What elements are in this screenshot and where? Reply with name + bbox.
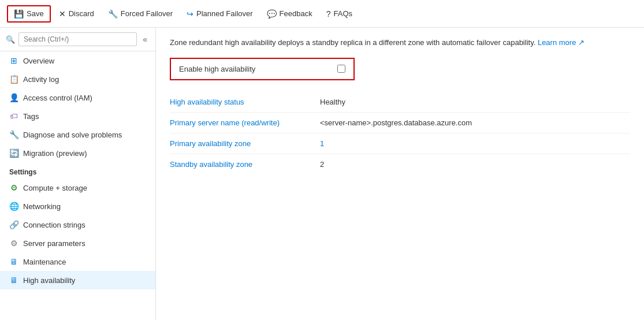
learn-more-link[interactable]: Learn more ↗ xyxy=(538,38,585,47)
sidebar-item-migration[interactable]: 🔄 Migration (preview) xyxy=(0,144,155,162)
sidebar-item-label: Access control (IAM) xyxy=(23,94,92,102)
feedback-icon: 💬 xyxy=(267,9,277,18)
feedback-label: Feedback xyxy=(280,9,312,18)
faqs-icon: ? xyxy=(326,9,331,18)
field-label-primary-zone: Primary availability zone xyxy=(170,139,320,148)
sidebar-item-compute-storage[interactable]: ⚙ Compute + storage xyxy=(0,178,155,197)
faqs-button[interactable]: ? FAQs xyxy=(321,6,358,21)
access-control-icon: 👤 xyxy=(9,93,18,102)
enable-ha-checkbox[interactable] xyxy=(337,65,345,73)
field-value-primary-zone: 1 xyxy=(320,139,324,148)
main-layout: 🔍 « ⊞ Overview 📋 Activity log 👤 Access c… xyxy=(0,28,644,320)
faqs-label: FAQs xyxy=(333,9,352,18)
forced-failover-button[interactable]: 🔧 Forced Failover xyxy=(102,6,178,21)
field-label-ha-status: High availability status xyxy=(170,98,320,106)
sidebar-item-tags[interactable]: 🏷 Tags xyxy=(0,107,155,125)
tags-icon: 🏷 xyxy=(9,111,18,121)
field-label-standby-zone: Standby availability zone xyxy=(170,160,320,169)
search-bar: 🔍 « xyxy=(0,28,155,51)
feedback-button[interactable]: 💬 Feedback xyxy=(261,6,318,21)
sidebar-item-label: Maintenance xyxy=(23,258,66,266)
sidebar-item-label: Overview xyxy=(23,57,54,65)
compute-storage-icon: ⚙ xyxy=(9,183,18,192)
save-icon: 💾 xyxy=(14,9,24,18)
maintenance-icon: 🖥 xyxy=(9,257,18,266)
sidebar-item-label: High availability xyxy=(23,276,75,285)
sidebar-item-activity-log[interactable]: 📋 Activity log xyxy=(0,70,155,88)
sidebar-item-label: Server parameters xyxy=(23,239,85,248)
sidebar-item-label: Compute + storage xyxy=(23,184,87,192)
sidebar-item-label: Activity log xyxy=(23,75,59,84)
sidebar-item-label: Connection strings xyxy=(23,221,85,229)
connection-strings-icon: 🔗 xyxy=(9,220,18,229)
diagnose-icon: 🔧 xyxy=(9,130,18,139)
field-label-primary-server: Primary server name (read/write) xyxy=(170,118,320,127)
field-row-primary-zone: Primary availability zone 1 xyxy=(170,133,630,154)
sidebar: 🔍 « ⊞ Overview 📋 Activity log 👤 Access c… xyxy=(0,28,156,320)
field-row-primary-server: Primary server name (read/write) <server… xyxy=(170,113,630,133)
migration-icon: 🔄 xyxy=(9,148,18,158)
activity-log-icon: 📋 xyxy=(9,75,18,84)
discard-icon: ✕ xyxy=(59,9,66,18)
server-parameters-icon: ⚙ xyxy=(9,239,18,248)
planned-failover-label: Planned Failover xyxy=(196,9,253,18)
sidebar-item-connection-strings[interactable]: 🔗 Connection strings xyxy=(0,215,155,234)
save-label: Save xyxy=(27,9,44,18)
overview-icon: ⊞ xyxy=(9,56,18,65)
enable-ha-label: Enable high availability xyxy=(179,65,255,73)
networking-icon: 🌐 xyxy=(9,202,18,211)
field-value-primary-server: <server-name>.postgres.database.azure.co… xyxy=(320,118,472,127)
forced-failover-icon: 🔧 xyxy=(108,9,118,18)
discard-button[interactable]: ✕ Discard xyxy=(53,6,100,21)
sidebar-item-server-parameters[interactable]: ⚙ Server parameters xyxy=(0,234,155,252)
sidebar-item-label: Diagnose and solve problems xyxy=(23,131,122,139)
search-input[interactable] xyxy=(18,32,137,46)
sidebar-item-maintenance[interactable]: 🖥 Maintenance xyxy=(0,252,155,271)
settings-section-header: Settings xyxy=(0,162,155,178)
enable-ha-box: Enable high availability xyxy=(170,58,355,80)
content-area: Zone redundant high availability deploys… xyxy=(156,28,644,320)
sidebar-item-overview[interactable]: ⊞ Overview xyxy=(0,51,155,70)
field-value-standby-zone: 2 xyxy=(320,160,324,169)
toolbar: 💾 Save ✕ Discard 🔧 Forced Failover ↪ Pla… xyxy=(0,0,644,28)
search-icon: 🔍 xyxy=(6,35,15,44)
sidebar-item-networking[interactable]: 🌐 Networking xyxy=(0,197,155,215)
high-availability-icon: 🖥 xyxy=(9,276,18,285)
sidebar-item-high-availability[interactable]: 🖥 High availability xyxy=(0,271,155,289)
description-text: Zone redundant high availability deploys… xyxy=(170,37,630,49)
sidebar-item-access-control[interactable]: 👤 Access control (IAM) xyxy=(0,88,155,107)
planned-failover-icon: ↪ xyxy=(187,9,193,18)
sidebar-item-label: Networking xyxy=(23,202,61,211)
forced-failover-label: Forced Failover xyxy=(121,9,173,18)
sidebar-item-diagnose[interactable]: 🔧 Diagnose and solve problems xyxy=(0,125,155,144)
field-value-ha-status: Healthy xyxy=(320,98,345,106)
collapse-sidebar-button[interactable]: « xyxy=(140,34,150,45)
field-row-ha-status: High availability status Healthy xyxy=(170,92,630,113)
save-button[interactable]: 💾 Save xyxy=(7,5,51,23)
sidebar-item-label: Migration (preview) xyxy=(23,149,87,158)
sidebar-item-label: Tags xyxy=(23,112,39,121)
planned-failover-button[interactable]: ↪ Planned Failover xyxy=(181,6,259,21)
field-row-standby-zone: Standby availability zone 2 xyxy=(170,154,630,174)
discard-label: Discard xyxy=(69,9,94,18)
